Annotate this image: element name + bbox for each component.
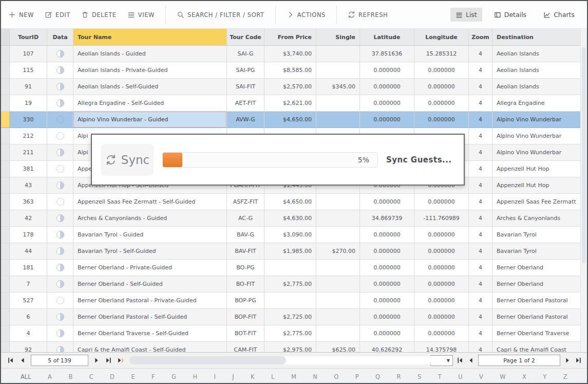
new-button[interactable]: NEW (8, 11, 34, 19)
view-button[interactable]: VIEW (127, 11, 155, 19)
table-row[interactable]: 44Bavarian Tyrol - Self-GuidedBAV-FIT$1,… (1, 243, 587, 260)
column-header-single[interactable]: Single (316, 29, 360, 46)
alphabet-filter-l[interactable]: L (271, 373, 274, 380)
page-indicator-input[interactable] (478, 355, 560, 366)
previous-page-icon[interactable] (467, 357, 475, 364)
last-page-icon[interactable] (575, 357, 582, 364)
next-page-icon[interactable] (564, 357, 571, 364)
column-header-longitude[interactable]: Longitude (414, 29, 469, 46)
alphabet-filter-i[interactable]: I (214, 373, 215, 380)
row-indicator (1, 144, 10, 161)
alphabet-filter-q[interactable]: Q (375, 373, 380, 380)
vertical-scrollbar[interactable] (580, 29, 587, 352)
table-row[interactable]: 107Aeolian Islands - GuidedSAI-G$3,740.0… (1, 46, 587, 62)
column-header-tour-code[interactable]: Tour Code (227, 29, 264, 46)
previous-record-icon[interactable] (19, 357, 26, 364)
alphabet-filter-y[interactable]: Y (543, 373, 546, 380)
alphabet-filter-j[interactable]: J (232, 373, 234, 380)
cell-tour-code: SAI-PG (227, 62, 264, 79)
table-row[interactable]: 527Berner Oberland Pastoral - Private-Gu… (1, 292, 587, 309)
cell-longitude: 0.000000 (414, 292, 469, 309)
last-record-icon[interactable] (105, 357, 112, 364)
alphabet-filter-h[interactable]: H (193, 373, 197, 380)
first-page-icon[interactable] (457, 357, 464, 364)
next-record-icon[interactable] (93, 357, 100, 364)
table-row[interactable]: 4Berner Oberland Traverse - Self-GuidedB… (1, 325, 587, 342)
column-header-destination[interactable]: Destination (492, 29, 581, 46)
alphabet-filter-c[interactable]: C (89, 373, 93, 380)
edit-button[interactable]: EDIT (45, 11, 70, 19)
alphabet-filter-s[interactable]: S (418, 373, 421, 380)
alphabet-filter-v[interactable]: V (479, 373, 483, 380)
cell-from-price: $4,650.00 (264, 112, 316, 128)
column-header-tourid[interactable]: TourID (10, 29, 47, 46)
horizontal-scrollbar-thumb[interactable] (129, 356, 286, 364)
table-row[interactable]: 42Arches & Canyonlands - GuidedAC-G$4,63… (1, 210, 587, 227)
cell-tour-id: 43 (10, 177, 47, 194)
alphabet-filter-w[interactable]: W (500, 373, 505, 380)
cell-destination: Appenzell Hut Hop (492, 177, 581, 194)
column-header-zoom[interactable]: Zoom (469, 29, 492, 46)
cell-destination: Capri & the Amalfi Coast (492, 342, 581, 352)
cell-tour-code: ASFZ-FIT (227, 194, 264, 210)
alphabet-filter-m[interactable]: M (291, 373, 296, 380)
alphabet-filter-all[interactable]: ALL (21, 373, 31, 380)
alphabet-filter-u[interactable]: U (458, 373, 462, 380)
table-row[interactable]: 7Berner Oberland - Self-GuidedBO-FIT$2,7… (1, 276, 587, 292)
table-row[interactable]: 115Aeolian Islands - Private-GuidedSAI-P… (1, 62, 587, 79)
table-row[interactable]: 91Aeolian Islands - Self-GuidedSAI-FIT$2… (1, 79, 587, 95)
record-indicator-input[interactable] (31, 355, 88, 366)
cell-zoom: 4 (469, 227, 492, 243)
alphabet-filter-p[interactable]: P (355, 373, 359, 380)
column-header-data[interactable]: Data (47, 29, 73, 46)
refresh-button[interactable]: REFRESH (348, 11, 388, 19)
table-row[interactable]: 6Berner Oberland Pastoral - Self-GuidedB… (1, 309, 587, 325)
alphabet-filter-e[interactable]: E (131, 373, 135, 380)
first-record-icon[interactable] (7, 357, 14, 364)
alphabet-filter-x[interactable]: X (522, 373, 526, 380)
table-row[interactable]: 92Capri & the Amalfi Coast - Self-Guided… (1, 342, 587, 352)
column-header-from-price[interactable]: From Price (264, 29, 316, 46)
alphabet-filter-r[interactable]: R (397, 373, 401, 380)
view-toggle-charts[interactable]: Charts (538, 8, 580, 22)
table-row[interactable]: 181Berner Oberland - Private-GuidedBO-PG… (1, 260, 587, 276)
actions-button[interactable]: ACTIONS (287, 11, 326, 19)
horizontal-scrollbar[interactable] (129, 356, 447, 364)
alphabet-filter-d[interactable]: D (110, 373, 115, 380)
alphabet-filter-f[interactable]: F (151, 373, 155, 380)
alphabet-filter-k[interactable]: K (251, 373, 255, 380)
alphabet-filter-z[interactable]: Z (563, 373, 567, 380)
column-header-latitude[interactable]: Latitude (360, 29, 414, 46)
table-row-selected[interactable]: 330Alpino Vino Wunderbar - GuidedAVW-G$4… (1, 112, 587, 128)
alphabet-filter-a[interactable]: A (48, 373, 52, 380)
table-row[interactable]: 363Appenzell Saas Fee Zermatt - Self-Gui… (1, 194, 587, 210)
search-filter-sort-button[interactable]: SEARCH / FILTER / SORT (177, 11, 264, 19)
insert-record-icon[interactable] (117, 357, 124, 364)
row-indicator (1, 95, 10, 112)
alphabet-filter-b[interactable]: B (68, 373, 72, 380)
sync-button[interactable]: Sync (101, 144, 154, 176)
view-toggle-details[interactable]: Details (489, 8, 532, 22)
cell-tour-name: Aeolian Islands - Guided (73, 46, 227, 62)
cell-single (316, 112, 360, 128)
cell-destination: Berner Oberland (492, 260, 581, 276)
alphabet-filter-g[interactable]: G (172, 373, 176, 380)
view-toggle-list[interactable]: List (450, 8, 482, 22)
data-indicator-icon (56, 330, 64, 337)
column-header-tour-name[interactable]: Tour Name (73, 29, 227, 46)
cell-destination: Alpino Vino Wunderbar (492, 112, 581, 128)
alphabet-filter-o[interactable]: O (334, 373, 338, 380)
row-indicator-header (1, 29, 10, 46)
delete-button[interactable]: DELETE (81, 11, 117, 19)
cell-latitude: 0.000000 (360, 62, 414, 79)
vertical-scrollbar-thumb[interactable] (582, 47, 586, 263)
cell-tour-code: SAI-FIT (227, 79, 264, 95)
row-indicator (1, 243, 10, 260)
table-row[interactable]: 19Allegra Engadine - Self-GuidedAET-FIT$… (1, 95, 587, 112)
table-row[interactable]: 178Bavarian Tyrol - GuidedBAV-G$3,090.00… (1, 227, 587, 243)
row-indicator (1, 210, 10, 227)
cell-destination: Arches & Canyonlands (492, 210, 581, 227)
alphabet-filter-n[interactable]: N (313, 373, 317, 380)
cell-longitude: 0.000000 (414, 112, 469, 128)
alphabet-filter-t[interactable]: T (438, 373, 442, 380)
